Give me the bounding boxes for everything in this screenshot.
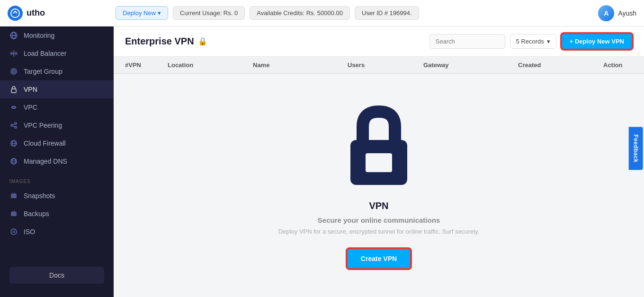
user-name: Ayush [618,9,636,17]
svg-rect-27 [366,153,392,172]
svg-rect-7 [11,89,16,93]
sidebar-label-iso: ISO [24,228,35,236]
docs-area: Docs [0,261,114,289]
deploy-new-vpn-button[interactable]: + Deploy New VPN [561,33,633,50]
snapshots-icon [9,192,18,200]
page-header: Enterprise VPN 🔒 5 Records ▾ + Deploy Ne… [114,26,644,57]
iso-icon [9,227,18,236]
svg-line-11 [13,124,15,125]
empty-state-title: VPN [369,201,388,211]
images-section-label: IMAGES [0,170,114,187]
records-dropdown[interactable]: 5 Records ▾ [510,34,556,49]
link-icon [9,103,18,112]
balance-icon [9,49,18,58]
col-created: Created [518,61,603,69]
empty-state-description: Deploy VPN for a secure, encrypted tunne… [278,228,479,235]
title-lock-icon: 🔒 [198,37,207,46]
vpc-peering-icon [9,121,18,130]
topbar-right: A Ayush [598,5,636,21]
col-vpn: #VPN [125,61,168,69]
svg-rect-21 [12,193,16,194]
dns-icon [9,157,18,166]
deploy-new-button[interactable]: Deploy New ▾ [116,6,168,20]
svg-rect-20 [11,194,17,198]
lock-icon [9,85,18,94]
target-icon [9,67,18,76]
page-header-right: 5 Records ▾ + Deploy New VPN [429,33,633,50]
svg-point-10 [15,126,17,128]
sidebar-label-vpc: VPC [24,104,37,111]
col-gateway: Gateway [423,61,518,69]
table-header: #VPN Location Name Users Gateway Created… [114,57,644,74]
sidebar-item-cloud-firewall[interactable]: Cloud Firewall [0,134,114,152]
sidebar-label-cloud-firewall: Cloud Firewall [24,140,66,147]
sidebar-item-iso[interactable]: ISO [0,223,114,241]
docs-button[interactable]: Docs [9,267,104,284]
sidebar-item-snapshots[interactable]: Snapshots [0,187,114,205]
sidebar-label-target-group: Target Group [24,68,63,75]
sidebar-item-backups[interactable]: Backups [0,205,114,223]
svg-point-16 [11,158,17,164]
backups-icon [9,210,18,218]
topbar: utho Deploy New ▾ Current Usage: Rs. 0 A… [0,0,644,26]
svg-point-6 [13,71,14,72]
svg-rect-23 [12,211,16,212]
logo-area: utho [8,6,102,21]
sidebar-label-load-balancer: Load Balancer [24,50,66,57]
sidebar-item-vpc[interactable]: VPC [0,98,114,116]
sidebar-label-managed-dns: Managed DNS [24,157,67,165]
avatar: A [598,5,614,21]
sidebar-item-load-balancer[interactable]: Load Balancer [0,44,114,62]
sidebar-item-monitoring[interactable]: Monitoring [0,26,114,44]
sidebar-item-vpn[interactable]: VPN [0,80,114,98]
logo-icon [8,6,23,21]
sidebar-item-target-group[interactable]: Target Group [0,62,114,80]
layout: Monitoring Load Balancer Target Group VP… [0,26,644,297]
search-input[interactable] [429,34,505,49]
page-title: Enterprise VPN 🔒 [125,36,207,47]
col-location: Location [168,61,253,69]
create-vpn-button[interactable]: Create VPN [347,248,411,269]
svg-point-17 [12,158,16,164]
svg-rect-22 [11,212,17,216]
chevron-down-icon: ▾ [547,38,550,45]
globe-icon [9,31,18,40]
svg-point-24 [11,229,17,235]
svg-line-12 [13,126,15,127]
vpn-lock-illustration [341,102,417,189]
svg-point-9 [15,122,17,124]
empty-state: VPN Secure your online communications De… [114,74,644,297]
col-users: Users [348,61,423,69]
sidebar: Monitoring Load Balancer Target Group VP… [0,26,114,297]
sidebar-label-backups: Backups [24,210,49,218]
sidebar-label-monitoring: Monitoring [24,32,54,39]
available-credits-pill: Available Credits: Rs. 50000.00 [250,6,350,20]
empty-state-subtitle: Secure your online communications [318,216,440,224]
logo-text: utho [27,8,45,18]
main-content: Enterprise VPN 🔒 5 Records ▾ + Deploy Ne… [114,26,644,297]
sidebar-label-vpn: VPN [24,86,37,93]
svg-point-8 [11,124,13,126]
user-id-pill: User ID # 196994. [355,6,419,20]
sidebar-label-vpc-peering: VPC Peering [24,122,62,129]
col-name: Name [253,61,348,69]
sidebar-label-snapshots: Snapshots [24,192,55,200]
current-usage-pill: Current Usage: Rs. 0 [173,6,245,20]
svg-point-0 [11,9,19,17]
sidebar-item-vpc-peering[interactable]: VPC Peering [0,116,114,134]
svg-point-25 [13,231,15,233]
topbar-actions: Deploy New ▾ Current Usage: Rs. 0 Availa… [116,6,592,20]
firewall-icon [9,139,18,148]
col-action: Action [603,61,644,69]
sidebar-item-managed-dns[interactable]: Managed DNS [0,152,114,170]
feedback-tab[interactable]: Feedback [628,127,643,170]
